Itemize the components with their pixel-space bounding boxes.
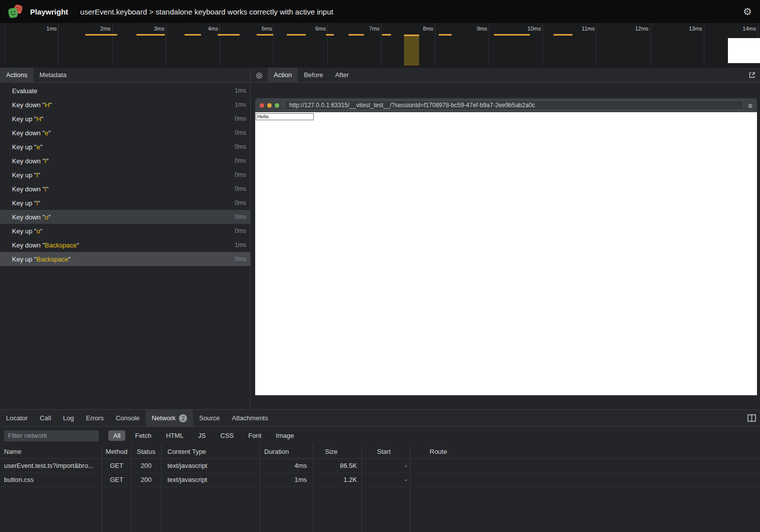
network-cell: 1ms — [260, 473, 313, 486]
settings-gear-icon[interactable]: ⚙ — [743, 7, 752, 17]
network-cell: - — [362, 459, 411, 472]
filter-chip-all[interactable]: All — [108, 430, 125, 441]
timeline-tick-label: 1ms — [47, 26, 57, 32]
network-header-cell: Status — [131, 444, 161, 458]
network-filler-cell — [313, 487, 362, 532]
actions-tabbar: ActionsMetadata — [0, 68, 250, 83]
action-label: Key up "o" — [12, 227, 43, 235]
action-duration: 0ms — [235, 143, 246, 150]
tab-after[interactable]: After — [329, 68, 354, 82]
top-bar: Playwright userEvent.keyboard > standalo… — [0, 0, 760, 23]
network-cell: 200 — [131, 473, 161, 486]
pick-locator-icon[interactable]: ◎ — [251, 68, 268, 82]
action-row[interactable]: Key up "Backspace"0ms — [0, 252, 250, 266]
tab-console[interactable]: Console — [110, 410, 146, 426]
traffic-light-green-icon — [275, 103, 279, 108]
snapshot-browser-chrome: http://127.0.0.1:63315/__vitest_test__/?… — [255, 98, 757, 112]
tab-before[interactable]: Before — [298, 68, 329, 82]
network-cell: 1.2K — [313, 473, 362, 486]
action-row[interactable]: Key up "l"0ms — [0, 168, 250, 182]
network-cell: text/javascript — [161, 473, 260, 486]
timeline-tick-label: 5ms — [262, 26, 272, 32]
timeline-activity-bar — [494, 34, 530, 36]
action-duration: 0ms — [235, 185, 246, 192]
network-filler-cell — [161, 487, 260, 532]
action-row[interactable]: Key down "Backspace"1ms — [0, 238, 250, 252]
traffic-light-yellow-icon — [267, 103, 272, 108]
network-filler-cell — [0, 487, 102, 532]
network-table: NameMethodStatusContent TypeDurationSize… — [0, 444, 760, 532]
action-duration: 0ms — [235, 129, 246, 136]
tab-source[interactable]: Source — [193, 410, 226, 426]
actions-panel: ActionsMetadata Evaluate1msKey down "H"1… — [0, 68, 251, 409]
timeline-tick-label: 12ms — [635, 26, 649, 32]
action-row[interactable]: Key down "l"0ms — [0, 154, 250, 168]
timeline-tick: 5ms — [220, 23, 274, 66]
snapshot-text-input[interactable] — [256, 113, 314, 120]
action-label: Key down "e" — [12, 129, 51, 137]
tab-errors[interactable]: Errors — [80, 410, 109, 426]
action-row[interactable]: Evaluate1ms — [0, 84, 250, 98]
tab-metadata[interactable]: Metadata — [34, 68, 73, 82]
tab-label: Metadata — [40, 71, 67, 79]
action-row[interactable]: Key up "H"0ms — [0, 112, 250, 126]
network-filler-cell — [362, 487, 411, 532]
network-cell: 86.5K — [313, 459, 362, 472]
tab-label: Locator — [6, 414, 28, 422]
action-row[interactable]: Key down "l"0ms — [0, 182, 250, 196]
timeline-activity-bar — [85, 34, 117, 36]
tab-actions[interactable]: Actions — [0, 68, 34, 82]
timeline-screenshot-thumb — [728, 38, 760, 63]
network-cell — [411, 459, 760, 472]
trace-viewer-app: Playwright userEvent.keyboard > standalo… — [0, 0, 760, 532]
timeline-tick-label: 10ms — [527, 26, 541, 32]
timeline-tick: 12ms — [597, 23, 650, 66]
open-snapshot-external-icon[interactable] — [744, 68, 760, 82]
network-header-cell: Duration — [260, 444, 313, 458]
tab-call[interactable]: Call — [34, 410, 57, 426]
snapshot-url-bar: http://127.0.0.1:63315/__vitest_test__/?… — [284, 100, 744, 110]
network-cell: - — [362, 473, 411, 486]
snapshot-page — [255, 112, 757, 395]
action-row[interactable]: Key up "e"0ms — [0, 140, 250, 154]
timeline-activity-bar — [348, 34, 364, 36]
timeline[interactable]: 1ms2ms3ms4ms5ms6ms7ms8ms9ms10ms11ms12ms1… — [0, 23, 760, 68]
action-row[interactable]: Key down "H"1ms — [0, 98, 250, 112]
timeline-activity-bar — [136, 34, 165, 36]
filter-chip-css[interactable]: CSS — [216, 430, 239, 441]
browser-menu-icon: ≡ — [748, 101, 752, 110]
network-header-cell: Content Type — [161, 444, 260, 458]
network-header-cell: Name — [0, 444, 102, 458]
main-split: ActionsMetadata Evaluate1msKey down "H"1… — [0, 68, 760, 409]
snapshot-panel: ◎ ActionBeforeAfter http://127.0.0.1:63 — [251, 68, 760, 409]
filter-chip-image[interactable]: Image — [271, 430, 299, 441]
timeline-activity-bar — [184, 34, 201, 36]
network-filter-input[interactable] — [4, 430, 99, 441]
tab-label: Console — [116, 414, 140, 422]
action-row[interactable]: Key up "o"0ms — [0, 224, 250, 238]
timeline-tick: 13ms — [651, 23, 704, 66]
action-row[interactable]: Key down "o"0ms — [0, 210, 250, 224]
split-view-icon[interactable] — [743, 410, 760, 426]
action-label: Key up "e" — [12, 143, 43, 151]
network-request-row[interactable]: button.cssGET200text/javascript1ms1.2K- — [0, 473, 760, 487]
action-label: Key up "l" — [12, 171, 40, 179]
filter-chip-html[interactable]: HTML — [161, 430, 188, 441]
filter-chip-font[interactable]: Font — [243, 430, 266, 441]
filter-chip-fetch[interactable]: Fetch — [130, 430, 156, 441]
network-request-row[interactable]: userEvent.test.ts?import&bro...GET200tex… — [0, 459, 760, 473]
filter-chip-js[interactable]: JS — [193, 430, 211, 441]
timeline-tick: 9ms — [435, 23, 489, 66]
action-label: Evaluate — [12, 87, 38, 95]
tab-network[interactable]: Network2 — [146, 410, 194, 426]
network-cell: GET — [102, 473, 131, 486]
network-cell: button.css — [0, 473, 102, 486]
app-title: Playwright — [30, 8, 68, 16]
action-row[interactable]: Key up "l"0ms — [0, 196, 250, 210]
timeline-activity-bar — [439, 34, 452, 36]
tab-locator[interactable]: Locator — [0, 410, 34, 426]
tab-action[interactable]: Action — [268, 68, 298, 82]
tab-attachments[interactable]: Attachments — [226, 410, 274, 426]
action-row[interactable]: Key down "e"0ms — [0, 126, 250, 140]
tab-log[interactable]: Log — [57, 410, 80, 426]
